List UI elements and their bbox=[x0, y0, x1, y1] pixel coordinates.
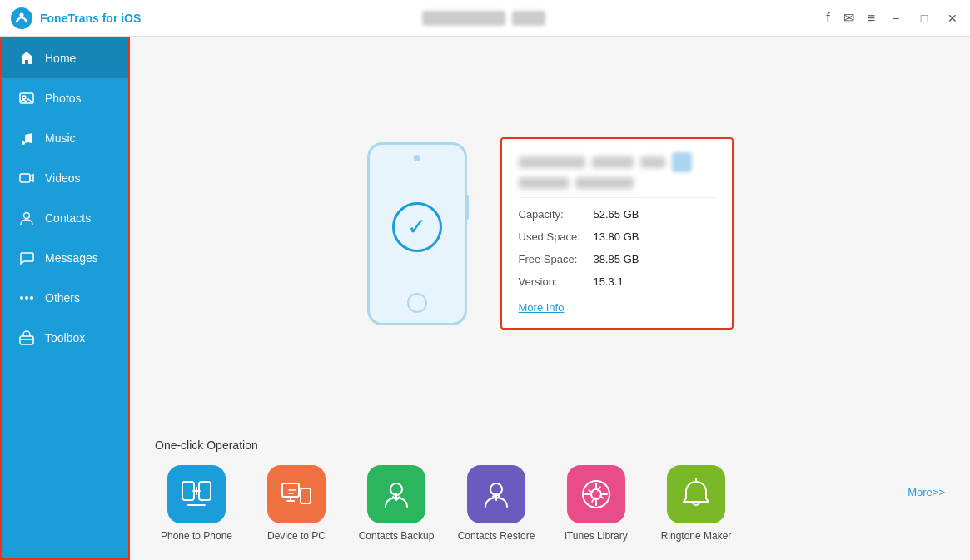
phone-body: ✓ bbox=[367, 142, 467, 325]
phone-camera bbox=[414, 155, 420, 161]
svg-rect-15 bbox=[301, 488, 311, 503]
music-icon bbox=[18, 130, 35, 146]
phone-screen: ✓ bbox=[376, 161, 458, 293]
minimize-button[interactable]: − bbox=[888, 11, 903, 26]
one-click-ringtone-maker[interactable]: Ringtone Maker bbox=[654, 465, 738, 543]
capacity-value: 52.65 GB bbox=[594, 208, 639, 221]
phone-to-phone-icon-box bbox=[167, 465, 226, 523]
others-icon bbox=[18, 290, 35, 306]
facebook-icon[interactable]: f bbox=[826, 11, 829, 26]
phone-illustration: ✓ bbox=[367, 142, 467, 325]
main-layout: Home Photos Music Videos bbox=[0, 37, 970, 560]
device-info-panel: Capacity: 52.65 GB Used Space: 13.80 GB … bbox=[500, 137, 734, 330]
used-space-label: Used Space: bbox=[519, 230, 594, 243]
window-controls: f ✉ ≡ − □ ✕ bbox=[826, 10, 960, 26]
one-click-itunes-library[interactable]: iTunes Library bbox=[555, 465, 638, 543]
sidebar: Home Photos Music Videos bbox=[0, 37, 130, 560]
contacts-backup-icon-box bbox=[367, 465, 425, 523]
itunes-library-label: iTunes Library bbox=[565, 530, 628, 543]
title-bar-center bbox=[141, 11, 826, 26]
phone-to-phone-icon bbox=[179, 477, 214, 512]
close-button[interactable]: ✕ bbox=[945, 11, 960, 26]
svg-rect-12 bbox=[182, 482, 194, 500]
sidebar-item-toolbox[interactable]: Toolbox bbox=[2, 318, 128, 358]
app-title: FoneTrans for iOS bbox=[40, 12, 141, 25]
menu-icon[interactable]: ≡ bbox=[868, 11, 875, 26]
content-area: ✓ bbox=[130, 37, 970, 560]
svg-point-9 bbox=[25, 296, 28, 300]
sidebar-label-toolbox: Toolbox bbox=[45, 331, 85, 344]
one-click-section: One-click Operation Phone to Phone bbox=[130, 430, 970, 560]
phone-side-button bbox=[465, 195, 469, 220]
device-name-blurred bbox=[422, 11, 505, 26]
phone-home-button bbox=[407, 293, 427, 313]
sidebar-item-messages[interactable]: Messages bbox=[2, 238, 128, 278]
svg-point-4 bbox=[22, 141, 25, 145]
photos-icon bbox=[18, 90, 35, 107]
version-value: 15.3.1 bbox=[594, 275, 624, 288]
svg-rect-6 bbox=[20, 174, 30, 182]
device-id-blur bbox=[575, 177, 634, 189]
svg-rect-13 bbox=[199, 482, 211, 500]
used-space-value: 13.80 GB bbox=[594, 230, 639, 243]
toolbox-icon bbox=[18, 330, 35, 346]
app-logo: FoneTrans for iOS bbox=[10, 7, 141, 30]
svg-point-7 bbox=[24, 213, 30, 219]
one-click-device-to-pc[interactable]: Device to PC bbox=[255, 465, 338, 543]
contacts-restore-icon-box bbox=[467, 465, 525, 523]
free-space-row: Free Space: 38.85 GB bbox=[519, 253, 715, 265]
svg-point-8 bbox=[20, 296, 23, 300]
sidebar-item-home[interactable]: Home bbox=[2, 38, 128, 78]
device-model-blur bbox=[592, 156, 634, 168]
ringtone-maker-label: Ringtone Maker bbox=[661, 530, 732, 543]
device-status-blurred bbox=[512, 11, 545, 26]
version-row: Version: 15.3.1 bbox=[519, 275, 715, 288]
device-info-header bbox=[519, 152, 715, 198]
one-click-phone-to-phone[interactable]: Phone to Phone bbox=[155, 465, 238, 543]
sidebar-label-photos: Photos bbox=[45, 92, 82, 105]
device-name-blur bbox=[519, 156, 585, 168]
ringtone-maker-icon bbox=[679, 477, 714, 512]
device-type-blur bbox=[640, 156, 665, 168]
sidebar-label-others: Others bbox=[45, 291, 80, 305]
sidebar-item-music[interactable]: Music bbox=[2, 118, 128, 158]
one-click-title: One-click Operation bbox=[155, 439, 945, 452]
contacts-icon bbox=[18, 210, 35, 226]
sidebar-label-music: Music bbox=[45, 131, 76, 145]
version-label: Version: bbox=[519, 275, 594, 288]
free-space-value: 38.85 GB bbox=[594, 253, 639, 265]
sidebar-item-contacts[interactable]: Contacts bbox=[2, 198, 128, 238]
checkmark-icon: ✓ bbox=[407, 216, 426, 239]
sidebar-label-contacts: Contacts bbox=[45, 211, 91, 225]
home-icon bbox=[18, 50, 35, 67]
svg-point-10 bbox=[30, 296, 33, 300]
capacity-row: Capacity: 52.65 GB bbox=[519, 208, 715, 221]
svg-rect-11 bbox=[20, 336, 33, 344]
chat-icon[interactable]: ✉ bbox=[843, 10, 854, 26]
sidebar-item-photos[interactable]: Photos bbox=[2, 78, 128, 118]
maximize-button[interactable]: □ bbox=[917, 11, 932, 26]
svg-point-5 bbox=[29, 140, 32, 143]
one-click-contacts-restore[interactable]: Contacts Restore bbox=[455, 465, 538, 543]
more-info-link[interactable]: More Info bbox=[519, 301, 565, 314]
phone-to-phone-label: Phone to Phone bbox=[161, 530, 232, 543]
more-link[interactable]: More>> bbox=[908, 486, 945, 498]
device-to-pc-label: Device to PC bbox=[267, 530, 326, 543]
ringtone-maker-icon-box bbox=[667, 465, 725, 523]
contacts-backup-label: Contacts Backup bbox=[359, 530, 435, 543]
contacts-backup-icon bbox=[379, 477, 414, 512]
used-space-row: Used Space: 13.80 GB bbox=[519, 230, 715, 243]
contacts-restore-label: Contacts Restore bbox=[458, 530, 535, 543]
device-section: ✓ bbox=[130, 37, 970, 430]
contacts-restore-icon bbox=[479, 477, 514, 512]
device-serial-blur bbox=[519, 177, 569, 189]
one-click-contacts-backup[interactable]: Contacts Backup bbox=[355, 465, 438, 543]
app-logo-icon bbox=[10, 7, 33, 30]
device-avatar-blur bbox=[672, 152, 692, 172]
messages-icon bbox=[18, 250, 35, 266]
sidebar-item-others[interactable]: Others bbox=[2, 278, 128, 318]
sidebar-label-messages: Messages bbox=[45, 251, 98, 265]
capacity-label: Capacity: bbox=[519, 208, 594, 221]
title-bar: FoneTrans for iOS f ✉ ≡ − □ ✕ bbox=[0, 0, 970, 37]
sidebar-item-videos[interactable]: Videos bbox=[2, 158, 128, 198]
